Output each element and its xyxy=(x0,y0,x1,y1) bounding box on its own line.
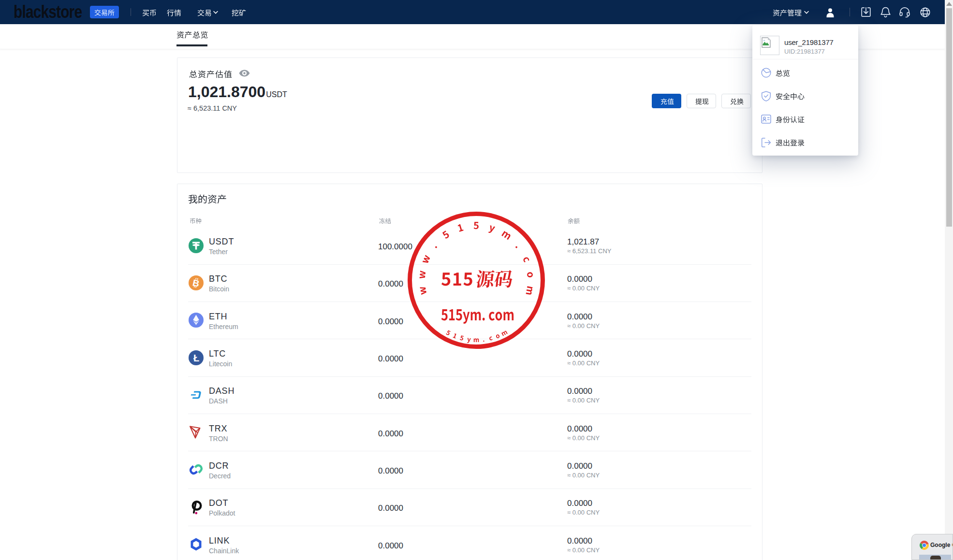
svg-text:Ł: Ł xyxy=(193,353,199,363)
